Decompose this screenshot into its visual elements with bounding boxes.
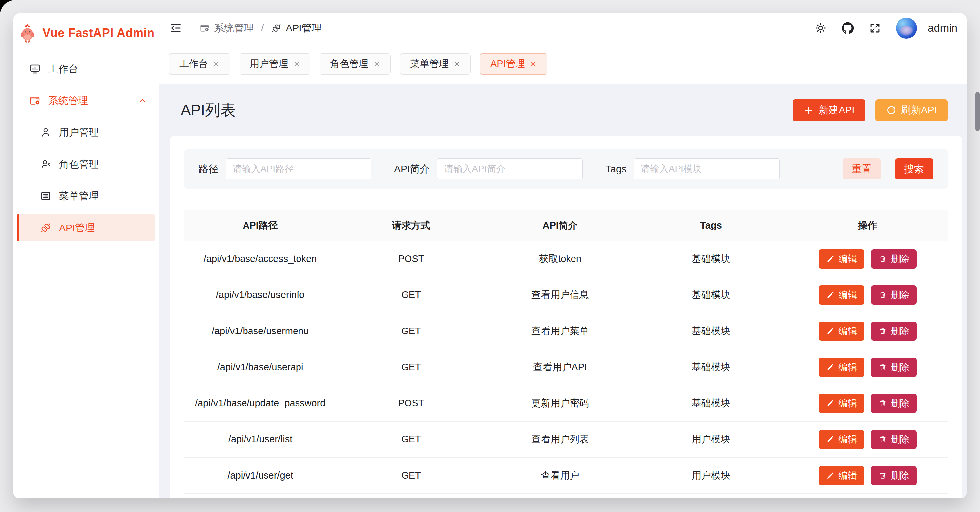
cell-summary: 查看用户菜单 — [486, 324, 635, 338]
cell-path: /api/v1/base/userapi — [184, 362, 337, 372]
api-plug-icon — [271, 23, 282, 33]
breadcrumb-item-system[interactable]: 系统管理 — [199, 22, 254, 35]
system-window-gear-icon — [29, 95, 41, 107]
username-label[interactable]: admin — [928, 22, 958, 35]
app-window: Vue FastAPI Admin 工作台 系统管理 — [13, 13, 967, 498]
sidebar-item-system[interactable]: 系统管理 — [17, 87, 155, 114]
cell-summary: 查看用户列表 — [486, 433, 635, 446]
delete-button[interactable]: 删除 — [871, 358, 917, 377]
close-icon[interactable] — [530, 60, 537, 68]
delete-button[interactable]: 删除 — [871, 466, 917, 485]
tags-filter-input[interactable] — [634, 158, 780, 180]
menu-fold-icon — [169, 22, 182, 35]
delete-label: 删除 — [891, 325, 910, 337]
cell-summary: 查看用户信息 — [486, 288, 635, 302]
cell-path: /api/v1/user/get — [184, 470, 337, 481]
cell-tags: 用户模块 — [635, 433, 788, 446]
fullscreen-button[interactable] — [869, 22, 881, 35]
edit-button[interactable]: 编辑 — [819, 321, 864, 341]
filter-bar: 路径 API简介 Tags 重置 搜索 — [184, 149, 948, 189]
page-content: API列表 新建API 刷新API — [159, 84, 967, 498]
tab-label: API管理 — [490, 57, 525, 70]
sidebar: Vue FastAPI Admin 工作台 系统管理 — [13, 13, 159, 498]
table-row: /api/v1/base/access_tokenPOST获取token基础模块… — [184, 241, 948, 277]
sidebar-item-label: 菜单管理 — [59, 189, 99, 203]
tab-label: 菜单管理 — [410, 57, 449, 70]
cell-path: /api/v1/base/update_password — [184, 398, 337, 409]
summary-filter-input[interactable] — [437, 158, 583, 180]
cell-tags: 基础模块 — [635, 361, 788, 374]
reset-button[interactable]: 重置 — [843, 158, 881, 180]
breadcrumb-item-api[interactable]: API管理 — [271, 22, 321, 35]
tab-2[interactable]: 角色管理 — [320, 53, 391, 75]
sidebar-item-workbench[interactable]: 工作台 — [17, 55, 155, 83]
column-header-actions: 操作 — [788, 219, 948, 232]
delete-label: 删除 — [891, 397, 910, 410]
refresh-api-button[interactable]: 刷新API — [875, 99, 948, 121]
delete-button[interactable]: 删除 — [871, 394, 917, 413]
pencil-icon — [826, 435, 835, 444]
sidebar-item-label: 角色管理 — [59, 157, 99, 171]
pencil-icon — [826, 399, 835, 408]
app-logo[interactable]: Vue FastAPI Admin — [13, 13, 159, 53]
edit-button[interactable]: 编辑 — [819, 394, 864, 413]
delete-label: 删除 — [891, 289, 910, 301]
create-api-button[interactable]: 新建API — [793, 99, 865, 121]
cell-path: /api/v1/base/access_token — [184, 253, 337, 264]
search-button[interactable]: 搜索 — [895, 158, 933, 180]
tab-4-active[interactable]: API管理 — [480, 53, 547, 75]
cell-summary: 获取token — [486, 252, 635, 266]
edit-button[interactable]: 编辑 — [819, 250, 864, 269]
edit-label: 编辑 — [838, 289, 857, 301]
pencil-icon — [826, 327, 835, 336]
edit-label: 编辑 — [838, 433, 857, 446]
breadcrumb-label: 系统管理 — [214, 22, 254, 35]
sidebar-item-menus[interactable]: 菜单管理 — [17, 183, 155, 210]
github-link-button[interactable] — [842, 22, 854, 35]
pencil-icon — [826, 471, 835, 480]
path-filter-label: 路径 — [199, 162, 218, 176]
edit-label: 编辑 — [838, 253, 857, 265]
user-avatar[interactable] — [896, 17, 917, 39]
role-user-icon — [40, 158, 52, 170]
cell-actions: 编辑删除 — [788, 321, 948, 341]
delete-button[interactable]: 删除 — [871, 250, 917, 269]
user-icon — [40, 127, 52, 138]
theme-toggle-button[interactable] — [815, 22, 827, 35]
sidebar-item-users[interactable]: 用户管理 — [17, 119, 155, 146]
close-icon[interactable] — [293, 60, 300, 68]
table-row: /api/v1/base/userapiGET查看用户API基础模块编辑删除 — [184, 350, 948, 385]
tab-3[interactable]: 菜单管理 — [400, 53, 471, 75]
breadcrumb-label: API管理 — [286, 22, 321, 35]
delete-button[interactable]: 删除 — [871, 321, 917, 341]
close-icon[interactable] — [213, 60, 220, 68]
edit-button[interactable]: 编辑 — [819, 358, 864, 377]
edit-button[interactable]: 编辑 — [819, 285, 864, 305]
delete-button[interactable]: 删除 — [871, 285, 917, 305]
tab-1[interactable]: 用户管理 — [240, 53, 310, 75]
close-icon[interactable] — [453, 60, 460, 68]
cell-actions: 编辑删除 — [788, 430, 948, 449]
edit-button[interactable]: 编辑 — [819, 466, 864, 485]
sidebar-item-api[interactable]: API管理 — [17, 214, 155, 242]
edit-button[interactable]: 编辑 — [819, 430, 864, 449]
tab-0[interactable]: 工作台 — [169, 53, 230, 75]
close-icon[interactable] — [373, 60, 380, 68]
sidebar-item-roles[interactable]: 角色管理 — [17, 151, 155, 178]
sidebar-collapse-button[interactable] — [169, 22, 182, 35]
cell-tags: 基础模块 — [635, 324, 788, 338]
main-area: 系统管理 / API管理 — [159, 13, 967, 498]
delete-button[interactable]: 删除 — [871, 430, 917, 449]
sidebar-menu: 工作台 系统管理 用户管理 — [13, 55, 159, 246]
path-filter-input[interactable] — [226, 158, 371, 180]
cell-tags: 基础模块 — [635, 288, 788, 302]
edit-label: 编辑 — [838, 397, 857, 410]
scrollbar-thumb[interactable] — [975, 92, 980, 131]
cell-path: /api/v1/base/usermenu — [184, 326, 337, 337]
chick-logo-icon — [18, 23, 37, 43]
cell-actions: 编辑删除 — [788, 394, 948, 413]
system-window-gear-icon — [199, 23, 210, 33]
trash-icon — [878, 399, 887, 408]
column-header-method: 请求方式 — [337, 219, 486, 232]
sidebar-item-label: API管理 — [59, 221, 95, 235]
